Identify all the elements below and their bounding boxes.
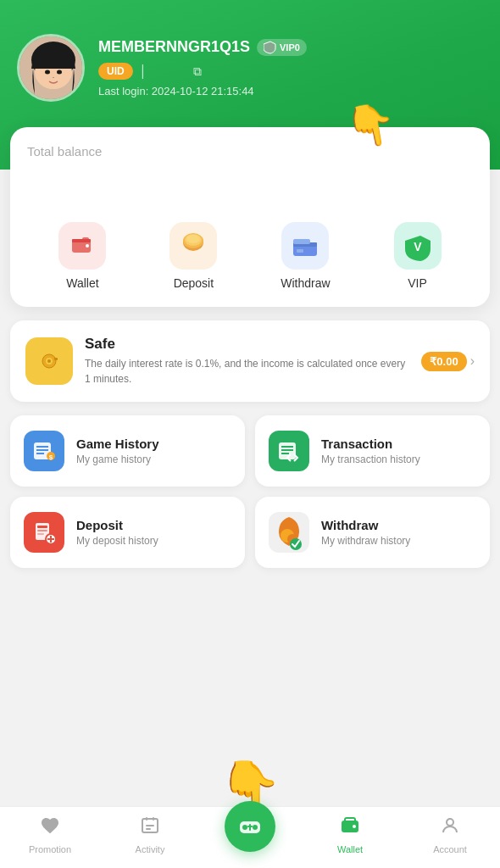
bottom-nav: Promotion Activity <box>0 806 500 868</box>
safe-icon <box>25 337 73 385</box>
transaction-icon <box>269 431 309 471</box>
avatar[interactable] <box>17 34 85 102</box>
safe-title: Safe <box>85 336 409 353</box>
nav-activity[interactable]: Activity <box>100 815 200 854</box>
wallet-icon-bg <box>58 222 106 270</box>
svg-rect-45 <box>146 817 147 821</box>
vip-action[interactable]: V VIP <box>394 222 442 290</box>
uid-value: │ <box>140 64 186 78</box>
svg-point-4 <box>45 70 50 75</box>
username-row: MEMBERNNGR1Q1S VIP0 <box>98 38 483 56</box>
game-history-icon: $ <box>24 431 64 471</box>
svg-rect-23 <box>54 358 58 360</box>
promotion-label: Promotion <box>29 844 71 854</box>
svg-point-55 <box>353 825 356 828</box>
svg-rect-40 <box>47 538 54 540</box>
withdraw-action[interactable]: Withdraw <box>281 222 330 290</box>
svg-point-50 <box>242 825 247 830</box>
transaction-sub: My transaction history <box>321 453 420 465</box>
withdraw-history-icon <box>269 512 309 553</box>
total-balance-label: Total balance <box>27 144 473 159</box>
nav-promotion[interactable]: Promotion <box>0 815 100 854</box>
svg-point-51 <box>253 825 258 830</box>
game-history-sub: My game history <box>76 453 159 465</box>
svg-rect-46 <box>153 817 154 821</box>
transaction-item[interactable]: Transaction My transaction history <box>255 415 490 487</box>
vip-badge: VIP0 <box>257 39 307 56</box>
svg-rect-35 <box>37 526 47 528</box>
uid-label: UID <box>98 63 133 80</box>
deposit-history-text: Deposit My deposit history <box>76 518 158 547</box>
activity-icon <box>140 815 160 841</box>
safe-chevron: › <box>470 353 475 369</box>
svg-text:V: V <box>414 240 422 253</box>
promotion-icon <box>40 815 60 841</box>
vip-label-text: VIP <box>408 276 427 290</box>
deposit-history-icon <box>24 512 64 553</box>
withdraw-history-sub: My withdraw history <box>321 535 410 547</box>
deposit-history-title: Deposit <box>76 518 158 532</box>
wallet-nav-icon <box>340 815 360 841</box>
svg-rect-16 <box>297 249 303 253</box>
svg-point-5 <box>57 70 62 75</box>
transaction-title: Transaction <box>321 437 420 451</box>
deposit-icon-bg <box>169 222 217 270</box>
svg-point-22 <box>47 359 51 363</box>
safe-amount[interactable]: ₹0.00 › <box>421 352 475 371</box>
deposit-history-sub: My deposit history <box>76 535 158 547</box>
transaction-text: Transaction My transaction history <box>321 437 420 465</box>
game-history-text: Game History My game history <box>76 437 159 465</box>
nav-game-center[interactable] <box>225 801 275 852</box>
svg-point-8 <box>86 244 89 248</box>
safe-description: The daily interest rate is 0.1%, and the… <box>85 356 409 387</box>
svg-rect-9 <box>72 239 91 242</box>
game-history-item[interactable]: $ Game History My game history <box>10 415 245 487</box>
nav-wallet[interactable]: Wallet <box>300 815 400 854</box>
safe-info: Safe The daily interest rate is 0.1%, an… <box>85 336 409 387</box>
balance-amount <box>27 165 473 197</box>
withdraw-history-title: Withdraw <box>321 518 410 532</box>
svg-rect-53 <box>247 826 253 827</box>
username-text: MEMBERNNGR1Q1S <box>98 38 250 56</box>
withdraw-history-item[interactable]: Withdraw My withdraw history <box>255 497 490 568</box>
vip-label: VIP0 <box>280 42 300 53</box>
wallet-action[interactable]: Wallet <box>58 222 106 290</box>
grid-menu: $ Game History My game history Transacti… <box>10 415 490 568</box>
account-label: Account <box>433 844 467 854</box>
activity-label: Activity <box>136 844 165 854</box>
copy-icon[interactable]: ⧉ <box>193 64 202 79</box>
svg-rect-17 <box>293 239 310 244</box>
wallet-nav-label: Wallet <box>337 844 363 854</box>
svg-rect-48 <box>146 828 151 830</box>
account-icon <box>440 815 460 841</box>
game-history-title: Game History <box>76 437 159 451</box>
vip-icon-bg: V <box>394 222 442 270</box>
svg-point-56 <box>447 819 453 826</box>
deposit-action[interactable]: Deposit <box>169 222 217 290</box>
deposit-history-item[interactable]: Deposit My deposit history <box>10 497 245 568</box>
safe-amount-value: ₹0.00 <box>421 352 466 371</box>
uid-row: UID │ ⧉ <box>98 63 483 80</box>
safe-section[interactable]: Safe The daily interest rate is 0.1%, an… <box>10 320 490 402</box>
svg-rect-47 <box>146 825 154 826</box>
deposit-label: Deposit <box>174 276 214 290</box>
user-info: MEMBERNNGR1Q1S VIP0 UID │ ⧉ Last login: … <box>98 38 483 97</box>
last-login: Last login: 2024-10-12 21:15:44 <box>98 85 483 97</box>
svg-text:$: $ <box>49 453 53 461</box>
svg-rect-36 <box>37 530 47 531</box>
main-card: Total balance 👇 Wallet <box>10 127 490 307</box>
svg-point-13 <box>186 235 200 243</box>
nav-account[interactable]: Account <box>400 815 500 854</box>
withdraw-label: Withdraw <box>281 276 330 290</box>
wallet-label: Wallet <box>66 276 98 290</box>
svg-rect-37 <box>37 533 44 535</box>
withdraw-icon-bg <box>281 222 329 270</box>
withdraw-history-text: Withdraw My withdraw history <box>321 518 410 547</box>
quick-actions: Wallet Deposit <box>27 214 473 290</box>
